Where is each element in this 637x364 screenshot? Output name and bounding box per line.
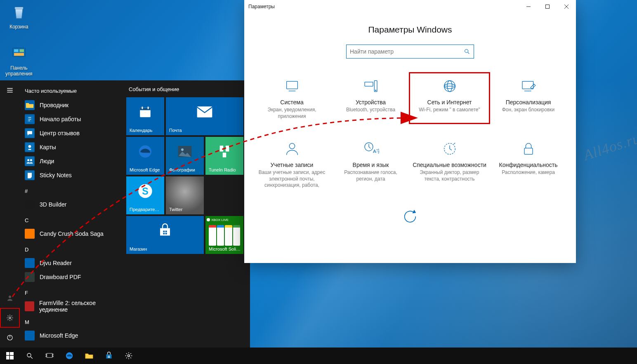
- app-label: Начало работы: [40, 116, 81, 122]
- desktop-icon-recycle-bin[interactable]: Корзина: [2, 2, 35, 30]
- settings-heading: Параметры Windows: [244, 25, 576, 35]
- control-panel-icon: [9, 44, 29, 63]
- taskbar-settings-icon[interactable]: [119, 348, 139, 364]
- svg-point-15: [27, 159, 29, 161]
- svg-rect-64: [45, 354, 47, 357]
- svg-rect-3: [20, 49, 24, 52]
- start-app-item[interactable]: Drawboard PDF: [21, 270, 122, 284]
- svg-point-6: [9, 317, 11, 319]
- desktop-icon-control-panel[interactable]: Панель управления: [2, 44, 35, 77]
- app-label: Candy Crush Soda Saga: [40, 230, 104, 237]
- system-icon: [255, 77, 329, 96]
- start-app-item[interactable]: Candy Crush Soda Saga: [21, 227, 122, 241]
- settings-item-name: Конфиденциальность: [491, 162, 565, 168]
- start-app-feedback[interactable]: Центр отзывов: [21, 126, 122, 140]
- tile-label: Календарь: [130, 128, 162, 133]
- svg-rect-0: [15, 7, 23, 9]
- tile-tunein[interactable]: TuneIn Radio: [205, 137, 243, 175]
- accounts-icon: [255, 139, 329, 158]
- svg-rect-63: [47, 353, 52, 357]
- window-maximize-button[interactable]: [538, 0, 557, 13]
- start-app-item[interactable]: Microsoft Edge: [21, 329, 122, 343]
- app-label: 3D Builder: [40, 201, 66, 208]
- settings-item-update[interactable]: [371, 204, 449, 232]
- start-app-sticky[interactable]: Sticky Notes: [21, 168, 122, 182]
- start-button[interactable]: [0, 348, 20, 364]
- tile-skype[interactable]: SПредварител…: [126, 176, 164, 214]
- taskview-icon[interactable]: [40, 348, 59, 364]
- app-icon: [25, 229, 35, 239]
- tile-calendar[interactable]: Календарь: [126, 97, 164, 135]
- settings-item-name: Время и язык: [334, 162, 408, 168]
- maps-icon: [25, 142, 35, 152]
- app-group-letter[interactable]: F: [25, 290, 122, 296]
- tile-store[interactable]: Магазин: [126, 216, 204, 254]
- svg-point-5: [9, 296, 11, 298]
- taskbar-search-icon[interactable]: [20, 348, 40, 364]
- svg-rect-43: [365, 82, 373, 86]
- settings-item-name: Устройства: [334, 99, 408, 106]
- taskbar-explorer-icon[interactable]: [79, 348, 99, 364]
- tile-twitter[interactable]: Twitter: [166, 176, 204, 214]
- window-close-button[interactable]: [557, 0, 576, 13]
- settings-item-personalize[interactable]: ПерсонализацияФон, экран блокировки: [489, 73, 568, 123]
- start-power-button[interactable]: [0, 328, 20, 348]
- window-minimize-button[interactable]: [519, 0, 538, 13]
- tile-label: TuneIn Radio: [209, 167, 241, 172]
- tile-mail[interactable]: Почта: [166, 97, 243, 135]
- start-app-item[interactable]: FarmVille 2: сельское уединение: [21, 299, 122, 313]
- start-app-item[interactable]: 3D Builder: [21, 197, 122, 211]
- app-label: Microsoft Edge: [40, 332, 78, 339]
- tile-photos[interactable]: Фотографии: [166, 137, 204, 175]
- settings-item-network[interactable]: Сеть и ИнтернетWi-Fi, режим " в самолете…: [410, 73, 489, 123]
- settings-search-box[interactable]: [346, 45, 474, 59]
- tile-label: Фотографии: [169, 167, 201, 172]
- svg-rect-19: [140, 108, 151, 110]
- tile-label: Twitter: [169, 207, 201, 212]
- svg-point-25: [181, 148, 184, 151]
- start-app-maps[interactable]: Карты: [21, 140, 122, 154]
- settings-item-name: Учетные записи: [255, 162, 329, 168]
- app-group-letter[interactable]: D: [25, 247, 122, 253]
- svg-rect-13: [28, 149, 31, 150]
- edge-icon: [138, 144, 153, 160]
- svg-rect-33: [163, 233, 165, 235]
- tile-label: Предварител…: [130, 207, 162, 212]
- app-icon: [25, 331, 35, 341]
- taskbar-store-icon[interactable]: [99, 348, 119, 364]
- settings-item-devices[interactable]: УстройстваBluetooth, устройства: [331, 73, 410, 123]
- settings-item-name: Специальные возможности: [413, 162, 486, 168]
- window-title: Параметры: [248, 4, 275, 9]
- start-app-item[interactable]: Djvu Reader: [21, 256, 122, 270]
- svg-rect-26: [220, 146, 224, 151]
- svg-point-61: [27, 353, 31, 357]
- app-label: Djvu Reader: [40, 260, 72, 266]
- tile-edge[interactable]: Microsoft Edge: [126, 137, 164, 175]
- app-group-letter[interactable]: #: [25, 188, 122, 194]
- settings-item-accounts[interactable]: Учетные записиВаши учетные записи, адрес…: [252, 136, 331, 192]
- start-tiles-panel: События и общение КалендарьПочтаMicrosof…: [125, 80, 250, 348]
- svg-point-39: [465, 49, 468, 53]
- settings-item-timelang[interactable]: A字Время и языкРаспознавание голоса, реги…: [331, 136, 410, 192]
- app-label: Проводник: [40, 102, 68, 108]
- app-group-letter[interactable]: C: [25, 217, 122, 223]
- start-user-icon[interactable]: [0, 288, 20, 308]
- app-label: Sticky Notes: [40, 172, 72, 178]
- settings-item-ease[interactable]: Специальные возможностиЭкранный диктор, …: [410, 136, 489, 192]
- desktop-icon-label: Корзина: [2, 24, 35, 30]
- app-label: Центр отзывов: [40, 130, 80, 136]
- svg-rect-14: [26, 157, 34, 165]
- start-app-people[interactable]: Люди: [21, 154, 122, 168]
- settings-item-privacy[interactable]: КонфиденциальностьРасположение, камера: [489, 136, 568, 192]
- settings-search-input[interactable]: [350, 48, 464, 55]
- tile-label: Магазин: [130, 247, 201, 251]
- start-app-getstarted[interactable]: Начало работы: [21, 112, 122, 126]
- feedback-icon: [25, 128, 35, 138]
- taskbar-edge-icon[interactable]: [59, 348, 79, 364]
- app-group-letter[interactable]: M: [25, 319, 122, 325]
- start-menu-hamburger[interactable]: [0, 80, 20, 100]
- tile-solitaire[interactable]: XBOX LIVEMicrosoft Solitaire Collection: [205, 216, 243, 254]
- start-app-folder[interactable]: Проводник: [21, 98, 122, 112]
- start-settings-button[interactable]: [0, 308, 20, 328]
- settings-item-system[interactable]: СистемаЭкран, уведомления, приложения: [252, 73, 331, 123]
